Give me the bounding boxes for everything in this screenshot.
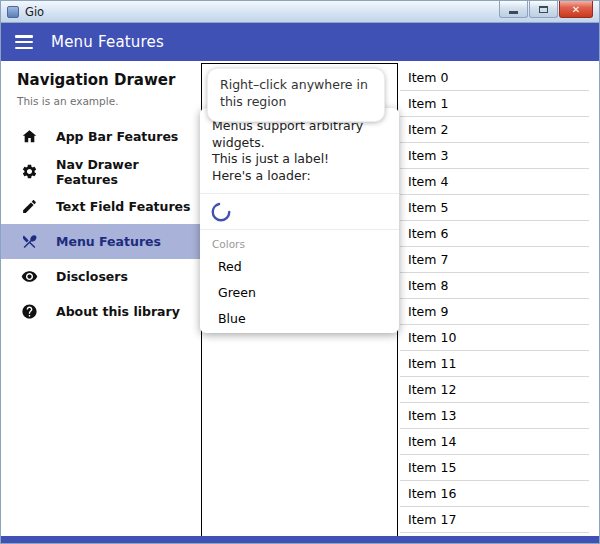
sidebar-item-label: Nav Drawer Features [56,157,201,187]
content: Navigation Drawer This is an example. Ap… [1,61,599,536]
sidebar-item-label: Menu Features [56,234,161,249]
sidebar-nav: App Bar Features Nav Drawer Features Tex… [1,119,201,329]
appbar-title: Menu Features [51,33,164,51]
list-item[interactable]: Item 14 [400,429,589,455]
sidebar-item-text-field-features[interactable]: Text Field Features [1,189,201,224]
close-button[interactable]: ✕ [559,1,593,18]
window: Gio ✕ Menu Features Navigation Drawer Th… [0,0,600,544]
pencil-icon [21,198,38,215]
list-item[interactable]: Item 12 [400,377,589,403]
eye-icon [21,268,38,285]
list-item[interactable]: Item 15 [400,455,589,481]
gear-icon [21,163,38,180]
menu-label-line: This is just a label! [212,151,387,168]
sidebar-item-nav-drawer-features[interactable]: Nav Drawer Features [1,154,201,189]
sidebar-item-menu-features[interactable]: Menu Features [1,224,201,259]
minimize-icon [509,11,518,14]
hamburger-icon [15,35,33,38]
maximize-icon [539,6,548,13]
sidebar-item-label: About this library [56,304,180,319]
list-item[interactable]: Item 11 [400,351,589,377]
maximize-button[interactable] [529,1,558,18]
sidebar-subheading: This is an example. [17,95,118,107]
restaurant-icon [21,233,38,250]
colors-section-label: Colors [200,230,399,253]
list-item[interactable]: Item 10 [400,325,589,351]
sidebar-heading: Navigation Drawer [17,71,175,89]
hamburger-menu-button[interactable] [15,35,33,49]
appbar: Menu Features [1,23,599,61]
list-item[interactable]: Item 8 [400,273,589,299]
sidebar-item-label: Disclosers [56,269,128,284]
list-item[interactable]: Item 5 [400,195,589,221]
help-icon [21,303,38,320]
menu-item-red[interactable]: Red [200,253,399,279]
sidebar-item-app-bar-features[interactable]: App Bar Features [1,119,201,154]
list-item[interactable]: Item 7 [400,247,589,273]
titlebar[interactable]: Gio ✕ [1,1,599,23]
sidebar-item-label: App Bar Features [56,129,178,144]
sidebar-item-about-this-library[interactable]: About this library [1,294,201,329]
list-item[interactable]: Item 13 [400,403,589,429]
menu-label-line: Here's a loader: [212,168,387,185]
list-item[interactable]: Item 4 [400,169,589,195]
window-controls: ✕ [499,1,593,18]
list-item[interactable]: Item 3 [400,143,589,169]
sidebar-item-label: Text Field Features [56,199,191,214]
context-menu: Menus support arbitrary widgets. This is… [200,108,399,333]
right-click-hint: Right–click anywhere in this region [207,68,385,122]
list-item[interactable]: Item 2 [400,117,589,143]
sidebar-item-disclosers[interactable]: Disclosers [1,259,201,294]
app-icon [7,6,19,18]
minimize-button[interactable] [499,1,528,18]
item-list: Item 0 Item 1 Item 2 Item 3 Item 4 Item … [400,61,589,533]
list-item[interactable]: Item 16 [400,481,589,507]
loader-spinner-icon [210,201,232,223]
list-item[interactable]: Item 17 [400,507,589,533]
list-item[interactable]: Item 1 [400,91,589,117]
list-item[interactable]: Item 6 [400,221,589,247]
menu-item-blue[interactable]: Blue [200,305,399,331]
bottom-bar [1,536,599,543]
loader-row [200,194,399,230]
menu-label-line: Menus support arbitrary widgets. [212,118,387,151]
window-title: Gio [25,5,44,19]
close-icon: ✕ [572,4,580,15]
menu-item-green[interactable]: Green [200,279,399,305]
list-item[interactable]: Item 0 [400,65,589,91]
home-icon [21,128,38,145]
navigation-drawer: Navigation Drawer This is an example. Ap… [1,61,201,536]
list-item[interactable]: Item 9 [400,299,589,325]
